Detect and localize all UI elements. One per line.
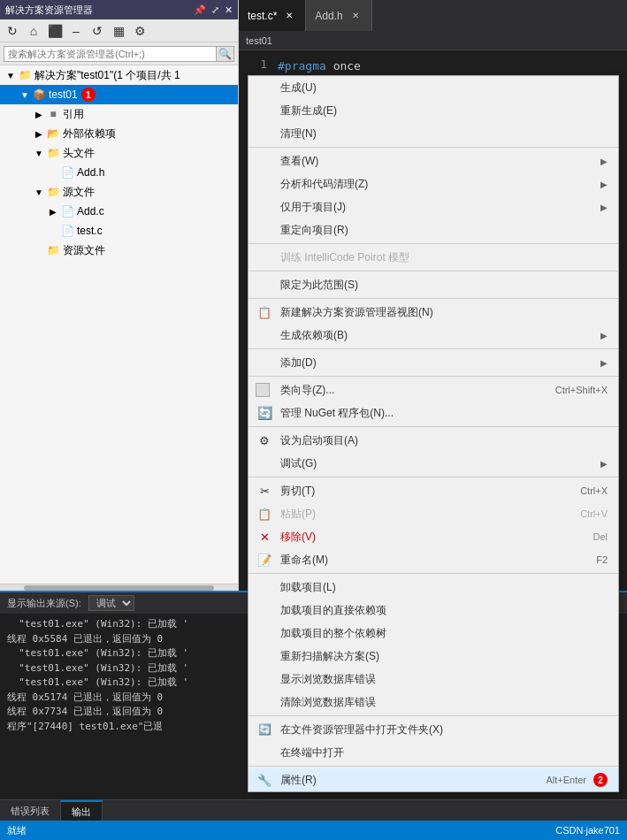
source-files-item[interactable]: ▼ 📁 源文件 [0, 182, 238, 202]
properties-badge-2: 2 [593, 773, 608, 787]
external-deps-item[interactable]: ▶ 📂 外部依赖项 [0, 124, 238, 143]
tab-addh[interactable]: Add.h ✕ [306, 0, 371, 31]
menu-view-label: 查看(W) [280, 154, 318, 169]
search-input[interactable] [4, 46, 217, 62]
expand-all-button[interactable]: ▦ [110, 22, 127, 40]
menu-debug-label: 调试(G) [280, 456, 317, 471]
menu-clear-db-err-label: 清除浏览数据库错误 [280, 695, 376, 710]
sidebar-scrollbar[interactable] [0, 584, 238, 591]
menu-rescan[interactable]: 重新扫描解决方案(S) [249, 645, 618, 668]
menu-paste-shortcut: Ctrl+V [580, 508, 608, 519]
tab-output[interactable]: 输出 [61, 800, 103, 821]
testc-item[interactable]: 📄 test.c [0, 221, 238, 241]
sync-button[interactable]: ↻ [4, 22, 21, 40]
pin-icon[interactable]: 📌 [194, 4, 206, 16]
menu-regenerate[interactable]: 重新生成(E) [249, 99, 618, 122]
menu-new-view[interactable]: 📋 新建解决方案资源管理器视图(N) [249, 301, 618, 324]
addc-item[interactable]: ▶ 📄 Add.c [0, 202, 238, 221]
menu-open-terminal[interactable]: 在终端中打开 [249, 741, 618, 764]
resource-files-icon: 📁 [46, 243, 60, 257]
menu-unload[interactable]: 卸载项目(L) [249, 576, 618, 599]
menu-clear-db-err[interactable]: 清除浏览数据库错误 [249, 691, 618, 714]
references-icon: ■ [46, 107, 60, 121]
rename-icon: 📝 [256, 551, 273, 569]
menu-sep1 [249, 147, 618, 148]
menu-sep8 [249, 477, 618, 477]
addh-icon: 📄 [60, 165, 74, 179]
menu-set-startup-label: 设为启动项目(A) [280, 433, 358, 448]
tab-testc-close[interactable]: ✕ [282, 9, 296, 23]
menu-only-project-arrow: ▶ [600, 202, 608, 212]
menu-gen-deps[interactable]: 生成依赖项(B) ▶ [249, 324, 618, 347]
menu-cut[interactable]: ✂ 剪切(T) Ctrl+X [249, 479, 618, 502]
menu-generate[interactable]: 生成(U) [249, 76, 618, 99]
refresh-button[interactable]: ↺ [88, 22, 106, 40]
file-tree: ▼ 📁 解决方案"test01"(1 个项目/共 1 ▼ 📦 test01 1 … [0, 65, 238, 584]
references-expand-arrow: ▶ [32, 107, 46, 121]
project-item[interactable]: ▼ 📦 test01 1 [0, 85, 238, 104]
menu-sep4 [249, 298, 618, 299]
menu-new-view-label: 新建解决方案资源管理器视图(N) [280, 305, 433, 320]
header-files-item[interactable]: ▼ 📁 头文件 [0, 143, 238, 163]
home-button[interactable]: ⌂ [25, 22, 42, 40]
settings-button[interactable]: ⚙ [131, 22, 149, 40]
testc-label: test.c [77, 225, 103, 237]
menu-redirect[interactable]: 重定向项目(R) [249, 218, 618, 241]
menu-debug[interactable]: 调试(G) ▶ [249, 452, 618, 475]
menu-nuget-label: 管理 NuGet 程序包(N)... [280, 406, 394, 421]
project-badge-1: 1 [81, 88, 96, 102]
menu-show-db-err[interactable]: 显示浏览数据库错误 [249, 668, 618, 691]
menu-nuget[interactable]: 🔄 管理 NuGet 程序包(N)... [249, 401, 618, 424]
bottom-tabs: 错误列表 输出 [0, 799, 627, 821]
menu-cut-shortcut: Ctrl+X [580, 485, 608, 496]
open-folder-icon: 🔄 [256, 721, 273, 738]
menu-rename-label: 重命名(M) [280, 553, 328, 568]
menu-sep2 [249, 243, 618, 244]
menu-load-direct[interactable]: 加载项目的直接依赖项 [249, 599, 618, 622]
context-menu: 生成(U) 重新生成(E) 清理(N) 查看(W) ▶ 分析和代码清理(Z) ▶… [248, 75, 619, 792]
pragma-keyword: #pragma [278, 59, 326, 73]
menu-clean[interactable]: 清理(N) [249, 122, 618, 145]
menu-analyze[interactable]: 分析和代码清理(Z) ▶ [249, 172, 618, 195]
menu-remove-shortcut: Del [593, 531, 608, 542]
filter-button[interactable]: ⬛ [46, 22, 64, 40]
search-icon[interactable]: 🔍 [217, 46, 234, 62]
menu-view-arrow: ▶ [600, 157, 608, 166]
new-view-icon: 📋 [256, 303, 273, 321]
output-source-select[interactable]: 调试 [88, 595, 134, 611]
output-label: 输出 [72, 806, 91, 819]
collapse-button[interactable]: – [67, 22, 85, 40]
menu-class-wizard-shortcut: Ctrl+Shift+X [555, 385, 608, 395]
tab-error-list[interactable]: 错误列表 [0, 800, 61, 821]
menu-class-wizard[interactable]: 类向导(Z)... Ctrl+Shift+X [249, 378, 618, 401]
close-icon[interactable]: ✕ [225, 4, 233, 16]
external-deps-label: 外部依赖项 [63, 126, 116, 141]
references-item[interactable]: ▶ ■ 引用 [0, 104, 238, 124]
menu-open-folder[interactable]: 🔄 在文件资源管理器中打开文件夹(X) [249, 718, 618, 741]
menu-rename[interactable]: 📝 重命名(M) F2 [249, 548, 618, 571]
tab-testc-label: test.c* [248, 10, 277, 22]
resource-files-item[interactable]: 📁 资源文件 [0, 241, 238, 260]
solution-item[interactable]: ▼ 📁 解决方案"test01"(1 个项目/共 1 [0, 65, 238, 85]
addh-item[interactable]: 📄 Add.h [0, 163, 238, 182]
menu-properties[interactable]: 🔧 属性(R) Alt+Enter 2 [249, 768, 618, 791]
project-expand-arrow: ▼ [18, 88, 32, 102]
menu-load-all[interactable]: 加载项目的整个依赖树 [249, 622, 618, 645]
tab-testc[interactable]: test.c* ✕ [239, 0, 306, 31]
menu-remove[interactable]: ✕ 移除(V) Del [249, 525, 618, 548]
menu-view[interactable]: 查看(W) ▶ [249, 149, 618, 172]
menu-class-wizard-label: 类向导(Z)... [280, 383, 334, 398]
menu-rename-shortcut: F2 [596, 554, 608, 565]
menu-gen-deps-arrow: ▶ [600, 331, 608, 340]
expand-icon[interactable]: ⤢ [211, 4, 219, 16]
menu-set-startup[interactable]: ⚙ 设为启动项目(A) [249, 429, 618, 452]
resource-files-arrow [32, 243, 46, 257]
menu-add[interactable]: 添加(D) ▶ [249, 351, 618, 374]
solution-expand-arrow: ▼ [4, 68, 18, 82]
menu-only-project[interactable]: 仅用于项目(J) ▶ [249, 195, 618, 218]
addh-no-arrow [46, 165, 60, 179]
tab-addh-close[interactable]: ✕ [348, 9, 363, 23]
menu-limit-scope[interactable]: 限定为此范围(S) [249, 273, 618, 296]
menu-unload-label: 卸载项目(L) [280, 580, 336, 595]
menu-cut-label: 剪切(T) [280, 484, 315, 499]
